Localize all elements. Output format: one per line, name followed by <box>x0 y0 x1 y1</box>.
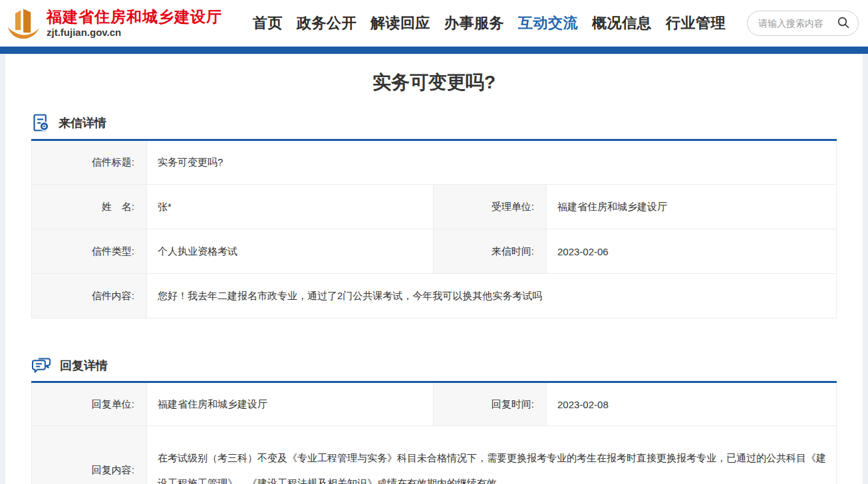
letter-type-label: 信件类型: <box>32 229 147 274</box>
reply-section-header: 回复详情 <box>31 356 837 374</box>
reply-content-label: 回复内容: <box>32 426 147 484</box>
content-card: 实务可变更吗? 来信详情 信件标题: 实务可变更吗? 姓 名: 张* 受理单位:… <box>5 54 863 484</box>
letter-title-value: 实务可变更吗? <box>147 140 837 185</box>
nav-item-interaction[interactable]: 互动交流 <box>518 13 578 33</box>
search-input[interactable] <box>758 18 837 29</box>
reply-section-title: 回复详情 <box>60 358 108 374</box>
table-row: 信件标题: 实务可变更吗? <box>32 140 837 185</box>
letter-name-label: 姓 名: <box>32 185 147 229</box>
page-title: 实务可变更吗? <box>31 54 837 95</box>
nav-item-industry[interactable]: 行业管理 <box>666 13 726 33</box>
reply-unit-label: 回复单位: <box>32 382 147 426</box>
letter-content-value: 您好！我去年二建报名市政专业，通过了2门公共课考试，今年我可以换其他实务考试吗 <box>147 274 837 318</box>
letter-document-icon <box>31 113 51 132</box>
letter-unit-label: 受理单位: <box>433 185 546 229</box>
site-title: 福建省住房和城乡建设厅 <box>47 9 222 26</box>
nav-item-interpretation[interactable]: 解读回应 <box>370 13 430 33</box>
nav-item-home[interactable]: 首页 <box>253 13 283 33</box>
letter-unit-value: 福建省住房和城乡建设厅 <box>546 185 836 229</box>
nav-item-gov-affairs[interactable]: 政务公开 <box>297 13 357 33</box>
letter-section-header: 来信详情 <box>31 113 837 132</box>
table-row: 姓 名: 张* 受理单位: 福建省住房和城乡建设厅 <box>32 185 837 229</box>
chat-bubbles-icon <box>31 356 52 374</box>
letter-date-label: 来信时间: <box>433 229 546 274</box>
table-row: 信件类型: 个人执业资格考试 来信时间: 2023-02-06 <box>32 229 837 274</box>
reply-date-label: 回复时间: <box>434 382 547 426</box>
search-box <box>747 11 859 36</box>
letter-detail-table: 信件标题: 实务可变更吗? 姓 名: 张* 受理单位: 福建省住房和城乡建设厅 … <box>31 139 837 318</box>
main-nav: 首页 政务公开 解读回应 办事服务 互动交流 概况信息 行业管理 <box>253 13 726 33</box>
letter-date-value: 2023-02-06 <box>546 229 836 274</box>
site-logo[interactable]: 福建省住房和城乡建设厅 zjt.fujian.gov.cn <box>5 5 222 42</box>
table-row: 回复单位: 福建省住房和城乡建设厅 回复时间: 2023-02-08 <box>32 382 837 426</box>
letter-type-value: 个人执业资格考试 <box>147 229 434 274</box>
reply-unit-value: 福建省住房和城乡建设厅 <box>147 382 434 426</box>
building-emblem-icon <box>5 5 43 42</box>
letter-title-label: 信件标题: <box>32 140 147 185</box>
nav-item-services[interactable]: 办事服务 <box>444 13 504 33</box>
site-url: zjt.fujian.gov.cn <box>47 27 222 38</box>
reply-detail-table: 回复单位: 福建省住房和城乡建设厅 回复时间: 2023-02-08 回复内容:… <box>31 381 837 484</box>
reply-date-value: 2023-02-08 <box>547 382 837 426</box>
letter-content-label: 信件内容: <box>32 274 147 318</box>
search-icon <box>837 16 850 31</box>
site-header: 福建省住房和城乡建设厅 zjt.fujian.gov.cn 首页 政务公开 解读… <box>0 0 868 47</box>
table-row: 信件内容: 您好！我去年二建报名市政专业，通过了2门公共课考试，今年我可以换其他… <box>32 274 837 318</box>
search-button[interactable] <box>837 16 850 31</box>
nav-item-overview[interactable]: 概况信息 <box>592 13 652 33</box>
letter-name-value: 张* <box>147 185 434 229</box>
header-accent-bar <box>0 47 868 54</box>
reply-content-value: 在考试级别（考三科）不变及《专业工程管理与实务》科目未合格情况下，需要更换报考专… <box>147 426 837 484</box>
letter-section-title: 来信详情 <box>59 115 106 131</box>
table-row: 回复内容: 在考试级别（考三科）不变及《专业工程管理与实务》科目未合格情况下，需… <box>32 426 837 484</box>
